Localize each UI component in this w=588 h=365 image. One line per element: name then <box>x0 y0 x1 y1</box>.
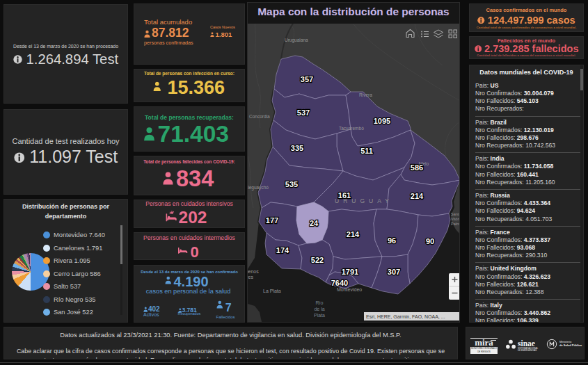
svg-text:Uruguaiana: Uruguaiana <box>285 38 308 43</box>
svg-text:Santa: Santa <box>451 212 459 216</box>
svg-text:de la: de la <box>314 307 324 311</box>
svg-text:90: 90 <box>426 237 434 245</box>
svg-text:Esri, HERE, Garmin, FAO, NOAA,: Esri, HERE, Garmin, FAO, NOAA, ... <box>366 314 445 319</box>
svg-text:7640: 7640 <box>331 279 348 287</box>
svg-text:214: 214 <box>411 192 424 200</box>
svg-text:535: 535 <box>285 180 298 188</box>
svg-text:Vitória d: Vitória d <box>451 217 459 221</box>
svg-text:335: 335 <box>291 144 303 152</box>
svg-text:Aires: Aires <box>248 275 253 279</box>
svg-text:161: 161 <box>338 191 351 200</box>
svg-text:Buenos: Buenos <box>248 269 259 274</box>
svg-text:Gualeguaychó: Gualeguaychó <box>248 185 269 190</box>
svg-text:Río: Río <box>316 300 324 305</box>
svg-text:Palmar: Palmar <box>451 222 459 226</box>
svg-text:214: 214 <box>347 230 360 238</box>
svg-text:Montevideo: Montevideo <box>337 287 362 292</box>
svg-text:Plata: Plata <box>314 313 325 318</box>
svg-text:522: 522 <box>311 256 324 264</box>
svg-text:La Plata: La Plata <box>263 289 281 293</box>
svg-text:177: 177 <box>266 216 278 225</box>
svg-text:1095: 1095 <box>374 117 390 125</box>
svg-text:96: 96 <box>388 236 396 245</box>
svg-text:357: 357 <box>301 75 313 83</box>
svg-text:Rivera: Rivera <box>359 92 372 97</box>
svg-text:511: 511 <box>360 147 373 155</box>
svg-text:Concordia: Concordia <box>249 114 270 119</box>
svg-text:174: 174 <box>276 246 289 254</box>
svg-text:537: 537 <box>297 108 310 117</box>
svg-text:Tacuarembó: Tacuarembó <box>339 126 364 131</box>
svg-text:1791: 1791 <box>342 268 358 276</box>
svg-text:307: 307 <box>388 268 400 276</box>
svg-text:586: 586 <box>411 163 423 172</box>
svg-text:24: 24 <box>310 219 319 227</box>
